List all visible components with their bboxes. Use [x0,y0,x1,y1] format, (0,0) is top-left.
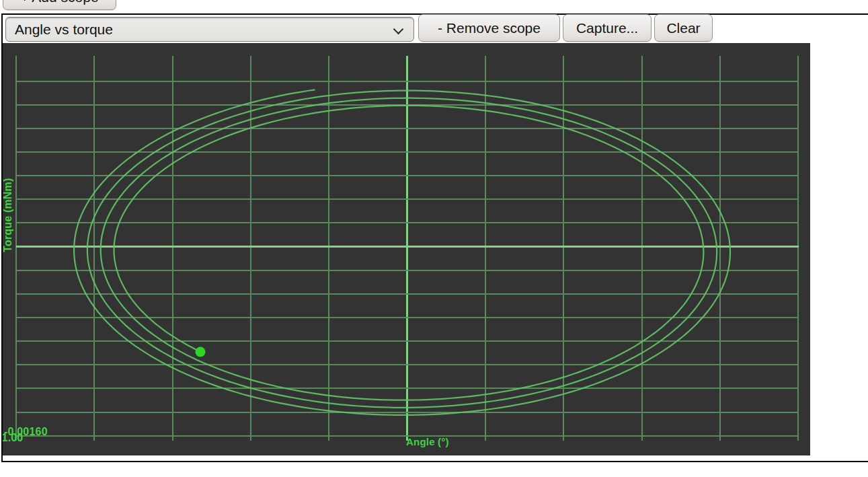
clear-button[interactable]: Clear [654,14,713,42]
scope-page: + Add scope Angle vs torque - Remove sco… [0,0,868,477]
scope-plot-canvas[interactable]: Angle (°) Torque (mNm) -0.00160 -1.00 [3,43,810,455]
x-axis-min-tick: -1.00 [3,432,23,444]
scope-trace-svg [3,43,810,455]
remove-scope-button[interactable]: - Remove scope [418,14,560,42]
x-axis-label: Angle (°) [406,436,449,447]
chevron-down-icon [394,25,402,33]
capture-button-label: Capture... [576,20,638,36]
current-point-marker [196,347,206,357]
clear-button-label: Clear [666,20,700,36]
scope-type-select-value: Angle vs torque [15,22,113,38]
add-scope-button[interactable]: + Add scope [3,0,116,10]
add-scope-button-label: + Add scope [20,0,98,5]
scope-type-select[interactable]: Angle vs torque [5,17,414,42]
y-axis-label: Torque (mNm) [3,178,14,252]
capture-button[interactable]: Capture... [563,14,652,42]
remove-scope-button-label: - Remove scope [438,20,541,36]
